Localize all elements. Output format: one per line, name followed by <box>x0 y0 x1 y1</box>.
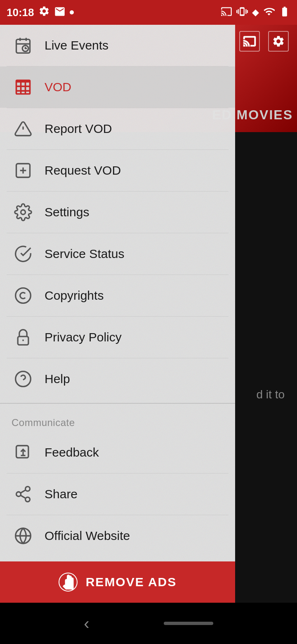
status-bar-left: 10:18 <box>7 5 74 20</box>
menu-item-share[interactable]: Share <box>0 474 235 515</box>
navigation-bar: ‹ <box>0 603 297 644</box>
svg-point-10 <box>21 210 26 215</box>
privacy-policy-label: Privacy Policy <box>45 330 122 344</box>
drawer: Live Events VOD Report VOD <box>0 25 235 603</box>
remove-ads-button[interactable]: REMOVE ADS <box>0 561 235 603</box>
status-bar-right: ◆ <box>221 6 290 19</box>
menu-item-help[interactable]: Help <box>0 358 235 400</box>
svg-line-22 <box>21 495 26 498</box>
cast-status-icon <box>221 6 232 19</box>
svg-point-20 <box>16 492 21 497</box>
time-display: 10:18 <box>7 6 34 19</box>
live-events-label: Live Events <box>45 38 108 52</box>
help-label: Help <box>45 372 70 386</box>
settings-label: Settings <box>45 205 89 219</box>
svg-point-21 <box>26 497 30 502</box>
plus-square-icon <box>12 159 35 182</box>
menu-item-report-vod[interactable]: Report VOD <box>0 108 235 149</box>
signal-status-icon: ◆ <box>252 7 259 18</box>
settings-status-icon <box>38 5 50 20</box>
status-bar: 10:18 ◆ <box>0 0 297 25</box>
official-website-label: Official Website <box>45 529 130 543</box>
copyrights-label: Copyrights <box>45 289 104 303</box>
menu-item-settings[interactable]: Settings <box>0 192 235 233</box>
report-vod-label: Report VOD <box>45 122 112 136</box>
svg-point-14 <box>16 372 31 387</box>
home-pill[interactable] <box>164 622 213 625</box>
service-status-label: Service Status <box>45 247 124 261</box>
gmail-status-icon <box>54 6 66 19</box>
menu-item-copyrights[interactable]: Copyrights <box>0 275 235 316</box>
remove-ads-label: REMOVE ADS <box>86 575 177 589</box>
notification-dot <box>70 10 74 14</box>
vibrate-status-icon <box>236 6 248 19</box>
svg-line-23 <box>21 490 26 493</box>
wifi-status-icon <box>263 6 275 19</box>
share-icon <box>12 483 35 506</box>
svg-point-19 <box>26 487 30 491</box>
request-vod-label: Request VOD <box>45 163 121 178</box>
copyright-icon <box>12 284 35 307</box>
menu-item-privacy-policy[interactable]: Privacy Policy <box>0 317 235 358</box>
back-button[interactable]: ‹ <box>84 614 89 633</box>
film-icon <box>12 76 35 99</box>
menu-item-vod[interactable]: VOD <box>0 66 235 108</box>
check-circle-icon <box>12 242 35 265</box>
hand-stop-icon <box>59 573 78 592</box>
communicate-section-header: Communicate <box>0 407 235 432</box>
feedback-label: Feedback <box>45 445 99 459</box>
vod-label: VOD <box>45 80 71 94</box>
edit-box-icon <box>12 441 35 464</box>
warning-icon <box>12 117 35 140</box>
menu-item-service-status[interactable]: Service Status <box>0 233 235 275</box>
app-content-text: d it to <box>257 388 285 401</box>
settings-header-icon[interactable] <box>268 31 289 52</box>
question-circle-icon <box>12 367 35 391</box>
menu-item-live-events[interactable]: Live Events <box>0 25 235 66</box>
cast-header-icon[interactable] <box>239 31 260 52</box>
menu-item-request-vod[interactable]: Request VOD <box>0 150 235 191</box>
calendar-clock-icon <box>12 34 35 57</box>
svg-point-11 <box>16 288 31 303</box>
globe-icon <box>12 524 35 547</box>
menu-item-official-website[interactable]: Official Website <box>0 515 235 556</box>
menu-item-feedback[interactable]: Feedback <box>0 432 235 473</box>
battery-status-icon <box>279 6 290 19</box>
share-label: Share <box>45 487 78 501</box>
gear-icon <box>12 201 35 224</box>
lock-icon <box>12 326 35 349</box>
